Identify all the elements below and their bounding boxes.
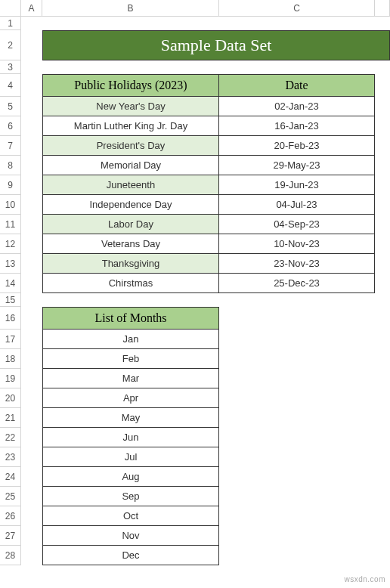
cell[interactable]	[21, 428, 42, 447]
cell[interactable]	[375, 97, 390, 116]
month-cell[interactable]: Jan	[42, 330, 219, 349]
cell[interactable]	[375, 116, 390, 136]
cell[interactable]	[375, 156, 390, 175]
row-header[interactable]: 7	[0, 136, 21, 156]
cell[interactable]	[219, 428, 375, 447]
cell[interactable]	[219, 467, 375, 487]
cell[interactable]	[21, 307, 42, 330]
row-header[interactable]: 3	[0, 60, 21, 74]
col-header-a[interactable]: A	[21, 0, 42, 17]
cell[interactable]	[42, 60, 219, 74]
cell[interactable]	[375, 307, 390, 330]
cell[interactable]	[375, 136, 390, 156]
cell[interactable]	[21, 408, 42, 428]
cell[interactable]	[21, 116, 42, 136]
cell[interactable]	[219, 17, 375, 30]
cell[interactable]	[375, 388, 390, 408]
row-header[interactable]: 16	[0, 307, 21, 330]
row-header[interactable]: 18	[0, 349, 21, 369]
holiday-name-cell[interactable]: Independence Day	[42, 195, 219, 215]
cell[interactable]	[21, 369, 42, 388]
cell[interactable]	[21, 254, 42, 274]
cell[interactable]	[21, 156, 42, 175]
row-header[interactable]: 17	[0, 330, 21, 349]
row-header[interactable]: 12	[0, 234, 21, 254]
row-header[interactable]: 6	[0, 116, 21, 136]
holiday-name-cell[interactable]: Chirstmas	[42, 274, 219, 293]
row-header[interactable]: 25	[0, 487, 21, 506]
row-header[interactable]: 15	[0, 293, 21, 307]
cell[interactable]	[375, 369, 390, 388]
holiday-date-cell[interactable]: 16-Jan-23	[219, 116, 375, 136]
cell[interactable]	[219, 293, 375, 307]
month-cell[interactable]: Sep	[42, 487, 219, 506]
cell[interactable]	[375, 526, 390, 546]
cell[interactable]	[375, 428, 390, 447]
month-cell[interactable]: Jul	[42, 447, 219, 467]
cell[interactable]	[21, 274, 42, 293]
cell[interactable]	[21, 175, 42, 195]
holidays-header-name[interactable]: Public Holidays (2023)	[42, 74, 219, 97]
holiday-name-cell[interactable]: Juneteenth	[42, 175, 219, 195]
cell[interactable]	[219, 330, 375, 349]
holiday-date-cell[interactable]: 23-Nov-23	[219, 254, 375, 274]
holiday-date-cell[interactable]: 20-Feb-23	[219, 136, 375, 156]
col-header-b[interactable]: B	[42, 0, 219, 17]
cell[interactable]	[21, 195, 42, 215]
cell[interactable]	[21, 388, 42, 408]
cell[interactable]	[375, 195, 390, 215]
row-header[interactable]: 23	[0, 447, 21, 467]
cell[interactable]	[375, 349, 390, 369]
holiday-name-cell[interactable]: Memorial Day	[42, 156, 219, 175]
month-cell[interactable]: Mar	[42, 369, 219, 388]
col-header-c[interactable]: C	[219, 0, 375, 17]
cell[interactable]	[375, 506, 390, 526]
row-header[interactable]: 4	[0, 74, 21, 97]
holiday-name-cell[interactable]: Thanksgiving	[42, 254, 219, 274]
cell[interactable]	[219, 60, 375, 74]
row-header[interactable]: 26	[0, 506, 21, 526]
cell[interactable]	[21, 330, 42, 349]
holiday-date-cell[interactable]: 04-Jul-23	[219, 195, 375, 215]
row-header[interactable]: 1	[0, 17, 21, 30]
cell[interactable]	[375, 293, 390, 307]
cell[interactable]	[21, 447, 42, 467]
cell[interactable]	[375, 175, 390, 195]
cell[interactable]	[375, 254, 390, 274]
row-header[interactable]: 20	[0, 388, 21, 408]
holiday-name-cell[interactable]: Veterans Day	[42, 234, 219, 254]
cell[interactable]	[21, 526, 42, 546]
cell[interactable]	[21, 546, 42, 565]
row-header[interactable]: 28	[0, 546, 21, 565]
row-header[interactable]: 11	[0, 215, 21, 234]
holidays-header-date[interactable]: Date	[219, 74, 375, 97]
cell[interactable]	[21, 234, 42, 254]
row-header[interactable]: 8	[0, 156, 21, 175]
row-header[interactable]: 27	[0, 526, 21, 546]
cell[interactable]	[21, 74, 42, 97]
cell[interactable]	[375, 234, 390, 254]
cell[interactable]	[375, 408, 390, 428]
months-header[interactable]: List of Months	[42, 307, 219, 330]
cell[interactable]	[375, 447, 390, 467]
col-header-d[interactable]	[375, 0, 390, 17]
holiday-name-cell[interactable]: Martin Luther King Jr. Day	[42, 116, 219, 136]
cell[interactable]	[21, 30, 42, 60]
cell[interactable]	[219, 506, 375, 526]
cell[interactable]	[42, 293, 219, 307]
cell[interactable]	[21, 136, 42, 156]
month-cell[interactable]: Aug	[42, 467, 219, 487]
cell[interactable]	[21, 487, 42, 506]
row-header[interactable]: 24	[0, 467, 21, 487]
cell[interactable]	[21, 17, 42, 30]
cell[interactable]	[375, 17, 390, 30]
holiday-date-cell[interactable]: 02-Jan-23	[219, 97, 375, 116]
row-header[interactable]: 5	[0, 97, 21, 116]
cell[interactable]	[21, 97, 42, 116]
row-header[interactable]: 19	[0, 369, 21, 388]
cell[interactable]	[375, 546, 390, 565]
page-title[interactable]: Sample Data Set	[42, 30, 390, 60]
holiday-date-cell[interactable]: 25-Dec-23	[219, 274, 375, 293]
month-cell[interactable]: Feb	[42, 349, 219, 369]
cell[interactable]	[219, 369, 375, 388]
